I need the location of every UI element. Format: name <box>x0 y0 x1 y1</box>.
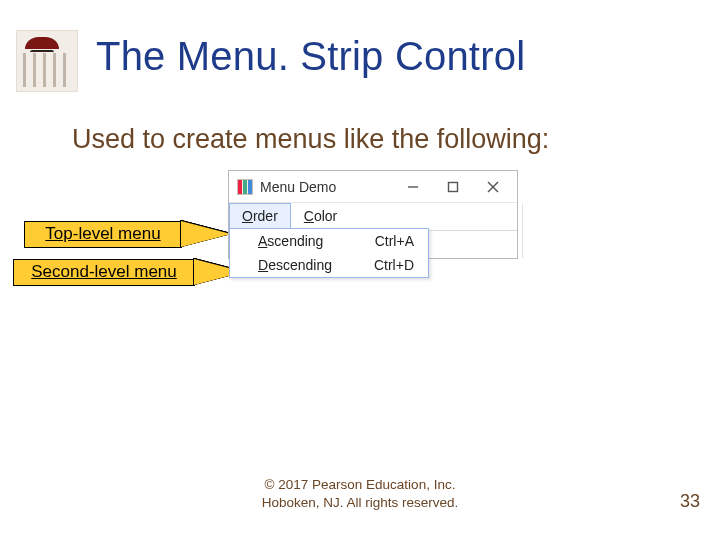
slide: The Menu. Strip Control Used to create m… <box>0 0 720 540</box>
menu-order[interactable]: Order <box>229 203 291 230</box>
menu-item-ascending-label: Ascending <box>258 233 323 249</box>
menu-order-rest: rder <box>253 208 278 224</box>
dropdown-order: Ascending Ctrl+A Descending Ctrl+D <box>229 228 429 278</box>
page-title: The Menu. Strip Control <box>96 34 525 79</box>
subtitle: Used to create menus like the following: <box>72 124 549 155</box>
maximize-button[interactable] <box>433 172 473 202</box>
callout-second-level: Second-level menu <box>13 259 195 286</box>
window-titlebar: Menu Demo <box>229 171 517 203</box>
book-logo <box>16 30 78 92</box>
menu-item-descending-shortcut: Ctrl+D <box>374 257 414 273</box>
menu-order-mnemonic: O <box>242 208 253 224</box>
menu-item-descending-label: Descending <box>258 257 332 273</box>
menu-item-descending[interactable]: Descending Ctrl+D <box>230 253 428 277</box>
page-number: 33 <box>680 491 700 512</box>
window-title: Menu Demo <box>260 179 336 195</box>
close-button[interactable] <box>473 172 513 202</box>
copyright-line2: Hoboken, NJ. All rights reserved. <box>0 494 720 512</box>
menu-item-ascending-shortcut: Ctrl+A <box>375 233 414 249</box>
menu-bar: Order Color <box>229 203 517 231</box>
arrow-top-level <box>181 221 231 247</box>
menu-item-ascending[interactable]: Ascending Ctrl+A <box>230 229 428 253</box>
menu-color-rest: olor <box>314 208 337 224</box>
window-controls <box>393 172 513 202</box>
svg-rect-1 <box>449 182 458 191</box>
demo-window: Menu Demo Order Color waste <box>228 170 518 259</box>
window-right-edge <box>518 204 523 258</box>
copyright-line1: © 2017 Pearson Education, Inc. <box>0 476 720 494</box>
minimize-button[interactable] <box>393 172 433 202</box>
menu-color-mnemonic: C <box>304 208 314 224</box>
copyright: © 2017 Pearson Education, Inc. Hoboken, … <box>0 476 720 512</box>
menu-color[interactable]: Color <box>291 203 350 230</box>
callout-top-level: Top-level menu <box>24 221 182 248</box>
window-app-icon <box>237 179 253 195</box>
